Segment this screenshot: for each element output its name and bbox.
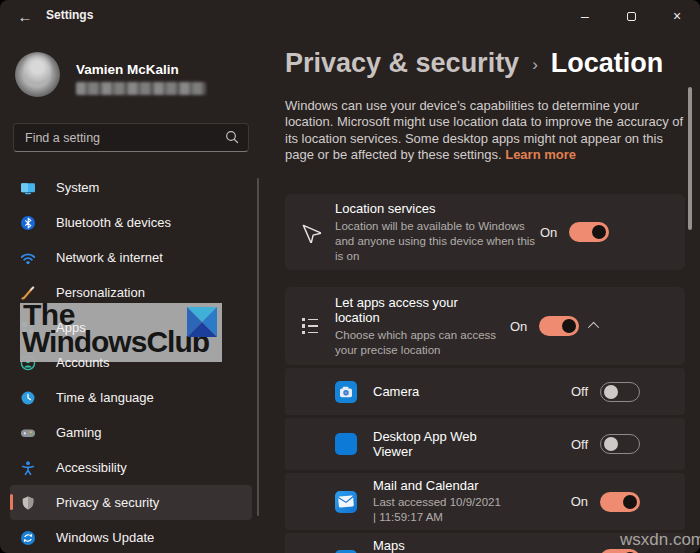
breadcrumb: Privacy & security › Location	[285, 48, 663, 79]
update-icon	[20, 530, 36, 546]
location-services-toggle[interactable]	[569, 222, 609, 242]
desktop-app-web-viewer-toggle[interactable]	[600, 434, 640, 454]
sidebar-item-label: Apps	[56, 320, 86, 335]
app-row-camera[interactable]: Camera Off	[285, 368, 685, 415]
sidebar-item-label: System	[56, 180, 99, 195]
breadcrumb-parent[interactable]: Privacy & security	[285, 48, 519, 79]
sidebar-item-bluetooth[interactable]: Bluetooth & devices	[10, 205, 252, 240]
window-controls: – ×	[562, 0, 700, 32]
settings-window: ← Settings – × Vamien McKalin System Blu…	[0, 0, 700, 553]
sidebar-item-label: Network & internet	[56, 250, 163, 265]
learn-more-link[interactable]: Learn more	[505, 147, 576, 162]
page-description: Windows can use your device’s capabiliti…	[285, 98, 684, 163]
location-arrow-icon	[285, 221, 335, 243]
toggle-state-label: On	[571, 494, 588, 509]
maximize-button[interactable]	[608, 0, 654, 32]
titlebar: ← Settings – ×	[0, 0, 700, 32]
back-button[interactable]: ←	[13, 5, 37, 27]
avatar[interactable]	[15, 52, 60, 97]
setting-card-location-services[interactable]: Location services Location will be avail…	[285, 194, 685, 270]
network-icon	[20, 250, 36, 266]
site-watermark: wsxdn.com	[620, 530, 700, 550]
app-name: Desktop App Web Viewer	[373, 429, 513, 459]
sidebar-item-network[interactable]: Network & internet	[10, 240, 252, 275]
sidebar-item-accessibility[interactable]: Accessibility	[10, 450, 252, 485]
setting-card-let-apps-access[interactable]: Let apps access your location Choose whi…	[285, 287, 685, 365]
app-last-accessed-date: Last accessed 10/9/2021	[373, 495, 571, 510]
app-controls: Off	[571, 434, 685, 454]
minimize-button[interactable]: –	[562, 0, 608, 32]
sidebar-item-label: Accessibility	[56, 460, 127, 475]
page-title: Location	[551, 48, 664, 79]
sidebar-item-label: Gaming	[56, 425, 102, 440]
app-last-accessed-time: | 11:59:17 AM	[373, 510, 571, 525]
sidebar-item-windows-update[interactable]: Windows Update	[10, 520, 252, 553]
app-name: Mail and Calendar	[373, 478, 571, 493]
setting-subtitle: Location will be available to Windows an…	[335, 219, 540, 264]
app-name: Maps	[373, 538, 571, 553]
toggle-state-label: Off	[571, 437, 588, 452]
user-name: Vamien McKalin	[76, 62, 179, 77]
sidebar: Vamien McKalin System Bluetooth & device…	[0, 32, 270, 553]
app-list-icon	[285, 318, 335, 335]
search-input[interactable]	[13, 123, 249, 152]
app-row-mail-calendar[interactable]: Mail and Calendar Last accessed 10/9/202…	[285, 473, 685, 530]
toggle-knob	[604, 437, 618, 451]
app-controls: Off	[571, 382, 685, 402]
mail-calendar-toggle[interactable]	[600, 492, 640, 512]
sidebar-item-label: Privacy & security	[56, 495, 159, 510]
toggle-knob	[623, 495, 637, 509]
main-scrollbar-thumb[interactable]	[688, 87, 692, 230]
sidebar-item-label: Bluetooth & devices	[56, 215, 171, 230]
window-title: Settings	[46, 8, 93, 22]
sidebar-item-label: Accounts	[56, 355, 109, 370]
system-icon	[20, 180, 36, 196]
watermark-line2: WindowsClub	[22, 325, 209, 359]
sidebar-item-gaming[interactable]: Gaming	[10, 415, 252, 450]
app-controls: On	[571, 492, 685, 512]
let-apps-access-toggle[interactable]	[539, 316, 579, 336]
windowsclub-watermark: The WindowsClub	[20, 303, 222, 362]
shield-icon	[20, 495, 36, 511]
sidebar-item-label: Windows Update	[56, 530, 154, 545]
toggle-knob	[562, 319, 576, 333]
setting-title: Let apps access your location	[335, 295, 490, 325]
sidebar-item-privacy-security[interactable]: Privacy & security	[10, 485, 252, 520]
toggle-knob	[604, 385, 618, 399]
user-email-redacted	[76, 82, 206, 95]
search-box	[13, 123, 249, 152]
mail-app-icon	[335, 491, 357, 513]
collapse-chevron-icon[interactable]	[588, 322, 599, 333]
sidebar-item-time-language[interactable]: Time & language	[10, 380, 252, 415]
app-name: Camera	[373, 384, 571, 399]
setting-title: Location services	[335, 201, 540, 216]
app-row-desktop-app-web-viewer[interactable]: Desktop App Web Viewer Off	[285, 418, 685, 470]
maximize-icon	[627, 12, 636, 21]
camera-app-icon	[335, 381, 357, 403]
description-text: Windows can use your device’s capabiliti…	[285, 98, 683, 162]
back-arrow-icon: ←	[18, 8, 33, 25]
setting-subtitle: Choose which apps can access your precis…	[335, 328, 507, 358]
setting-controls: On	[510, 316, 622, 336]
sidebar-item-system[interactable]: System	[10, 170, 252, 205]
gaming-icon	[20, 425, 36, 441]
bluetooth-icon	[20, 215, 36, 231]
toggle-state-label: On	[510, 319, 527, 334]
main-content: Privacy & security › Location Windows ca…	[285, 32, 700, 553]
sidebar-item-label: Personalization	[56, 285, 145, 300]
toggle-state-label: On	[540, 225, 557, 240]
windowsclub-logo-icon	[187, 307, 217, 337]
setting-controls: On	[540, 222, 632, 242]
selected-accent-bar	[10, 494, 13, 510]
camera-toggle[interactable]	[600, 382, 640, 402]
time-language-icon	[20, 390, 36, 406]
toggle-knob	[592, 225, 606, 239]
sidebar-item-label: Time & language	[56, 390, 154, 405]
toggle-state-label: Off	[571, 384, 588, 399]
chevron-right-icon: ›	[532, 55, 538, 75]
close-button[interactable]: ×	[654, 0, 700, 32]
search-icon	[225, 130, 239, 144]
desktop-app-web-viewer-icon	[335, 433, 357, 455]
accessibility-icon	[20, 460, 36, 476]
sidebar-scrollbar[interactable]	[257, 178, 259, 516]
